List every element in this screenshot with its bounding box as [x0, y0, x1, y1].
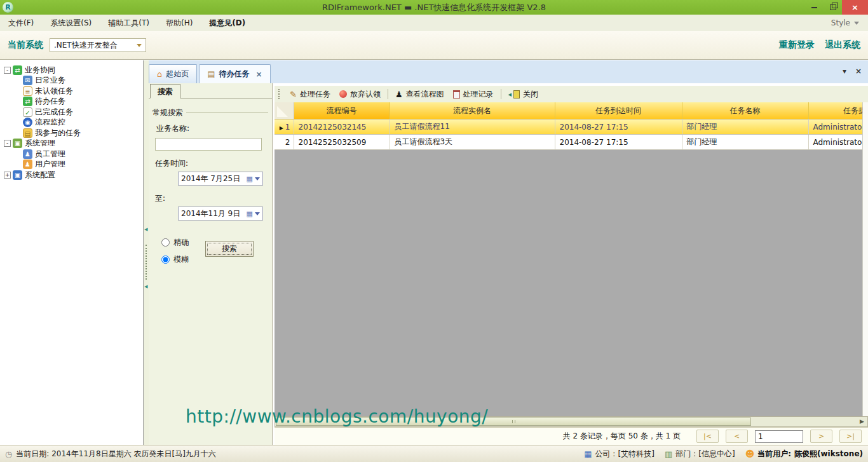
page-number-input[interactable] — [755, 430, 803, 443]
work-area: 搜索 常规搜索 业务名称: 任务时间: 2014年 7月25日 ▦ 至: 201… — [149, 83, 868, 445]
cell-arrival-time[interactable]: 2014-08-27 17:15 — [555, 119, 682, 135]
radio-fuzzy-input[interactable] — [161, 255, 170, 264]
window-title: RDIFramework.NET ▬ .NET快速信息化系统开发框架 V2.8 — [0, 2, 868, 13]
date-to-picker[interactable]: 2014年11月 9日 ▦ — [178, 207, 263, 221]
folder-icon: ▤ — [23, 128, 32, 138]
cell-submitter[interactable]: Administrator — [808, 135, 868, 150]
chevron-down-icon — [137, 44, 142, 47]
splitter-grip[interactable] — [146, 245, 147, 280]
mail-icon: ✉ — [23, 76, 32, 85]
workflow-sync-icon: ⇄ — [13, 65, 22, 75]
minimize-button[interactable] — [805, 1, 824, 13]
process-record-button[interactable]: 处理记录 — [449, 88, 498, 101]
tree-item-system-configuration[interactable]: + ▣ 系统配置 — [0, 170, 143, 180]
radio-exact-input[interactable] — [161, 238, 170, 247]
tree-item-unclaimed-tasks[interactable]: ≡ 未认领任务 — [0, 86, 143, 96]
menu-feedback[interactable]: 提意见(D) — [201, 15, 254, 31]
task-grid: 流程编号 流程实例名 任务到达时间 任务名称 任务提交人 ▶1 20142125… — [275, 102, 868, 416]
current-system-label: 当前系统 — [8, 39, 43, 51]
col-header-arrival-time[interactable]: 任务到达时间 — [555, 102, 682, 119]
tree-item-my-participated-tasks[interactable]: ▤ 我参与的任务 — [0, 128, 143, 138]
tab-search[interactable]: 搜索 — [150, 84, 180, 99]
close-icon: × — [851, 3, 858, 12]
business-name-input[interactable] — [155, 138, 262, 151]
door-icon — [513, 90, 520, 99]
cell-process-number[interactable]: 20142125032145 — [294, 119, 390, 135]
style-dropdown[interactable]: Style — [831, 18, 859, 27]
view-flowchart-button[interactable]: ♟ 查看流程图 — [391, 88, 448, 101]
cell-process-instance[interactable]: 员工请假流程3天 — [390, 135, 555, 150]
cell-process-instance[interactable]: 员工请假流程11 — [390, 119, 555, 135]
task-time-label: 任务时间: — [155, 158, 272, 169]
window-controls: × — [805, 0, 868, 15]
tree-item-process-monitor[interactable]: ◉ 流程监控 — [0, 118, 143, 128]
select-all-header[interactable] — [275, 102, 294, 119]
tabs-dropdown-icon[interactable]: ▾ — [843, 67, 846, 76]
record-clipboard-icon — [453, 90, 460, 99]
tab-close-icon[interactable]: × — [256, 70, 262, 79]
horizontal-scrollbar[interactable]: ▶ — [275, 416, 868, 427]
search-button[interactable]: 搜索 — [205, 241, 254, 257]
menu-file[interactable]: 文件(F) — [0, 15, 42, 31]
tree-expand-icon[interactable]: + — [4, 172, 11, 179]
relogin-link[interactable]: 重新登录 — [779, 39, 815, 51]
menu-help[interactable]: 帮助(H) — [158, 15, 201, 31]
menu-system-settings[interactable]: 系统设置(S) — [42, 15, 100, 31]
row-indicator: 2 — [275, 135, 294, 150]
logout-link[interactable]: 退出系统 — [825, 39, 860, 51]
col-header-submitter[interactable]: 任务提交人 — [808, 102, 868, 119]
tab-start-page[interactable]: ⌂ 超始页 — [149, 64, 197, 83]
eye-icon: ◉ — [23, 118, 32, 127]
next-page-button[interactable]: > — [810, 430, 832, 443]
cell-arrival-time[interactable]: 2014-08-27 17:15 — [555, 135, 682, 150]
table-row[interactable]: 2 20142525032509 员工请假流程3天 2014-08-27 17:… — [275, 135, 868, 150]
application-window: { "colors": { "titlebar_green": "#8cc43c… — [0, 0, 868, 462]
tabs-close-icon[interactable]: × — [855, 67, 862, 76]
grid-toolbar: ✎ 处理任务 放弃认领 ♟ 查看流程图 处理记录 — [275, 86, 868, 102]
system-select[interactable]: .NET快速开发整合 — [50, 38, 146, 52]
tree-collapse-icon[interactable]: - — [4, 67, 11, 74]
close-tab-button[interactable]: ◂ 关闭 — [505, 88, 543, 101]
tree-item-business-collaboration[interactable]: - ⇄ 业务协同 — [0, 65, 143, 75]
tree-collapse-icon[interactable]: - — [4, 140, 11, 147]
collapse-left-icon[interactable]: ◀ — [144, 284, 147, 289]
tree-item-system-management[interactable]: - ▣ 系统管理 — [0, 139, 143, 149]
col-header-process-instance[interactable]: 流程实例名 — [390, 102, 555, 119]
scroll-right-icon[interactable]: ▶ — [857, 417, 867, 426]
tab-todo-tasks[interactable]: ▤ 待办任务 × — [199, 64, 270, 83]
collapse-left-icon[interactable]: ◀ — [144, 227, 147, 232]
cell-submitter[interactable]: Administrator — [808, 119, 868, 135]
vertical-scrollbar[interactable] — [862, 102, 868, 416]
checklist-icon: ✓ — [23, 107, 32, 117]
last-page-button[interactable]: >| — [839, 430, 862, 443]
menu-tools[interactable]: 辅助工具(T) — [100, 15, 158, 31]
cell-process-number[interactable]: 20142525032509 — [294, 135, 390, 150]
tree-item-employee-management[interactable]: ♟ 员工管理 — [0, 149, 143, 159]
date-from-picker[interactable]: 2014年 7月25日 ▦ — [178, 172, 263, 186]
handle-task-button[interactable]: ✎ 处理任务 — [286, 88, 334, 101]
tree-item-todo-tasks[interactable]: ⇄ 待办任务 — [0, 97, 143, 107]
clipboard-icon: ▤ — [207, 69, 215, 79]
calendar-icon: ▦ — [247, 175, 253, 183]
table-row-selected[interactable]: ▶1 20142125032145 员工请假流程11 2014-08-27 17… — [275, 119, 868, 135]
abandon-claim-button[interactable]: 放弃认领 — [336, 88, 384, 101]
first-page-button[interactable]: |< — [696, 430, 719, 443]
col-header-task-name[interactable]: 任务名称 — [682, 102, 808, 119]
cell-task-name[interactable]: 部门经理 — [682, 135, 808, 150]
cell-task-name[interactable]: 部门经理 — [682, 119, 808, 135]
user-icon: ♟ — [23, 160, 32, 169]
tree-item-completed-tasks[interactable]: ✓ 已完成任务 — [0, 107, 143, 117]
toolbar-grip[interactable] — [278, 89, 281, 99]
close-button[interactable]: × — [842, 0, 868, 15]
row-indicator: ▶1 — [275, 119, 294, 135]
tree-item-daily-business[interactable]: ✉ 日常业务 — [0, 76, 143, 86]
person-icon: ♟ — [395, 90, 403, 99]
scrollbar-thumb[interactable] — [276, 418, 751, 426]
col-header-process-number[interactable]: 流程编号 — [294, 102, 390, 119]
restore-button[interactable] — [824, 1, 842, 13]
tree-item-user-management[interactable]: ♟ 用户管理 — [0, 160, 143, 170]
pagination-bar: 共 2 条记录，每页 50 条，共 1 页 |< < > >| — [275, 427, 868, 445]
prev-page-button[interactable]: < — [726, 430, 748, 443]
calendar-icon: ▦ — [247, 210, 253, 218]
user-icon: ☻ — [745, 449, 755, 459]
